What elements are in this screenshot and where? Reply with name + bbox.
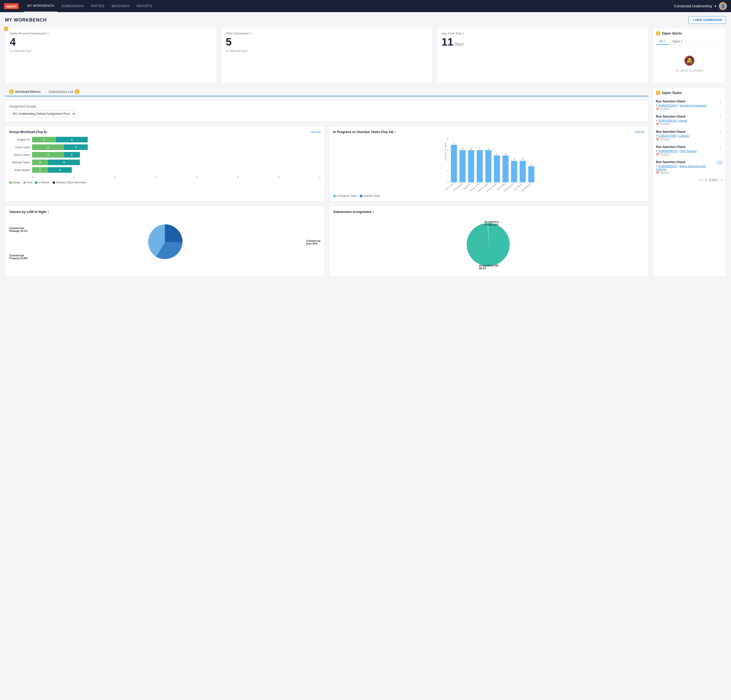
page-prev[interactable]: ‹ <box>702 178 703 182</box>
task-actions: ⬚ <box>716 160 723 165</box>
newly-received-info-icon[interactable]: ℹ <box>47 32 49 35</box>
svg-text:6: 6 <box>487 147 489 150</box>
new-submission-button[interactable]: + NEW SUBMISSION <box>688 16 726 24</box>
in-progress-chart: In Progress vs Overdue Tasks (Top 10) ℹ … <box>329 126 649 201</box>
tab-submissions-list[interactable]: Submissions List 4 <box>44 87 84 96</box>
task-company-link[interactable]: Pion Partners <box>680 150 697 153</box>
legend-missing-critical: Missing Critical Information <box>56 181 87 184</box>
task-id-link[interactable]: SUB0425BOU2 <box>658 150 678 153</box>
dropdown-arrow-icon[interactable]: ▾ <box>715 4 716 8</box>
bar-row: Carol Lopez 4 3 <box>9 144 321 150</box>
appian-logo[interactable]: appian <box>4 3 19 9</box>
group-workload-bar-chart: Angela Ru 3 4 Carol Lopez 4 3 Donna Jone… <box>9 137 321 184</box>
tab-workload-metrics[interactable]: 3 Workload Metrics <box>5 87 44 96</box>
bar-label: Michael Taylor <box>9 161 32 164</box>
bar-review: 2 <box>64 152 80 157</box>
pagination: « ‹ 1 - 5 of 6 › » <box>656 176 723 182</box>
bar-label: Angela Ru <box>9 138 32 141</box>
task-content: Run Sanction Check # SUB0425BOU2 | Pion … <box>656 145 697 156</box>
older-submissions-card: Older Submissions ℹ 5 ≡ 0 Missing Type <box>221 28 433 83</box>
task-company-link[interactable]: Hamal <box>679 119 687 122</box>
task-content: Run Sanction Check # SUB04257IRR | Lebed… <box>656 130 690 141</box>
submission-assignment-title: Submission Assignment ℹ <box>333 210 644 214</box>
bar-track: 4 3 <box>32 144 321 150</box>
task-date: 📅 5/2/2024 <box>656 153 697 156</box>
svg-text:4: 4 <box>513 158 515 161</box>
svg-text:6: 6 <box>479 147 480 150</box>
page-last[interactable]: » <box>721 178 723 182</box>
in-progress-info-icon[interactable]: ℹ <box>395 130 396 134</box>
task-company-link[interactable]: Sceptrum Apartments <box>680 104 706 107</box>
user-avatar[interactable]: 👤 <box>719 2 727 10</box>
newly-received-number: 4 <box>10 37 212 47</box>
no-alerts-display: 🔕 No alerts to display <box>656 48 723 80</box>
nav-messages[interactable]: MESSAGES <box>108 0 133 12</box>
label-assigned-group: Assigned toGroup 1.6% <box>484 220 499 226</box>
x-axis: 01234567 <box>9 175 321 179</box>
bar-row: Angela Ru 3 4 <box>9 137 321 142</box>
page-title: MY WORKBENCH <box>5 18 47 23</box>
alerts-tab-open[interactable]: Open 0 <box>669 38 686 44</box>
lob-info-icon[interactable]: ℹ <box>48 210 49 214</box>
page-content: MY WORKBENCH + NEW SUBMISSION 1 Newly Re… <box>0 12 731 281</box>
in-progress-title: In Progress vs Overdue Tasks (Top 10) ℹ <box>333 130 396 134</box>
page-first[interactable]: « <box>699 178 701 182</box>
task-action-button[interactable]: ⬚ <box>716 160 723 165</box>
group-workload-view-all[interactable]: View All <box>311 131 320 134</box>
svg-rect-19 <box>477 150 483 183</box>
task-menu-icon[interactable]: ⋮ <box>719 130 723 134</box>
task-date: 📅 5/2/2024 <box>656 108 706 110</box>
svg-text:5: 5 <box>496 153 498 155</box>
top-row: 1 Newly Received Submissions ℹ 4 ≡ 0 Mis… <box>5 28 726 83</box>
nav-my-workbench[interactable]: MY WORKBENCH <box>24 0 58 12</box>
task-date: 📅 5/2/2024 <box>656 172 716 174</box>
task-menu-icon[interactable]: ⋮ <box>719 99 723 104</box>
svg-rect-37 <box>528 166 534 182</box>
svg-rect-16 <box>468 150 474 183</box>
svg-text:2: 2 <box>447 170 448 172</box>
workload-panel: Assignment Groups ISU Underwriting Defau… <box>5 100 649 122</box>
in-progress-view-all[interactable]: View All <box>635 131 644 134</box>
open-tasks-panel: 5 Open Tasks Run Sanction Check # SUB042… <box>653 87 726 277</box>
task-id-link[interactable]: SUB0425C6KV <box>658 104 677 107</box>
avg-cycle-info-icon[interactable]: ℹ <box>463 32 464 35</box>
older-submissions-sub: ≡ 0 Missing Type <box>226 49 428 53</box>
avg-cycle-number: 11 <box>442 37 454 47</box>
nav-submissions[interactable]: SUBMISSIONS <box>58 0 87 12</box>
newly-received-sub: ≡ 0 Missing Type <box>10 49 212 53</box>
bar-track: 4 2 <box>32 152 321 157</box>
task-id-link[interactable]: SUB0425DXFF <box>658 164 677 168</box>
group-workload-header: Group Workload (Top 5) View All <box>9 130 321 134</box>
task-menu-icon[interactable]: ⋮ <box>719 145 723 149</box>
assignment-pool-dropdown[interactable]: ISU Underwriting Default Assignment Pool <box>9 110 76 117</box>
workload-badge: 3 <box>9 89 14 94</box>
nav-right: Connected Underwriting ▾ 👤 <box>674 2 727 10</box>
open-tasks-title: 5 Open Tasks <box>656 91 723 95</box>
svg-rect-28 <box>502 156 508 182</box>
bell-icon: 🔕 <box>684 56 695 66</box>
task-item: Run Sanction Check # SUB0425BOU2 | Pion … <box>656 143 723 158</box>
lob-pie-chart: Volume by LOB In-flight ℹ CommercialAu <box>5 205 325 277</box>
bar-track: 3 4 <box>32 137 321 142</box>
alerts-tabs: All 0 Open 0 <box>656 38 723 45</box>
task-id-link[interactable]: SUB04257IRR <box>658 134 677 137</box>
task-content: Run Sanction Check # SUB04259L9K | Hamal… <box>656 115 687 126</box>
task-menu-icon[interactable]: ⋮ <box>719 114 723 119</box>
older-submissions-info-icon[interactable]: ℹ <box>250 32 252 35</box>
page-next[interactable]: › <box>718 178 719 182</box>
nav-parties[interactable]: PARTIES <box>87 0 108 12</box>
nav-reports[interactable]: REPORTS <box>133 0 156 12</box>
task-company-link[interactable]: Lebedev <box>679 134 689 137</box>
submission-assignment-info-icon[interactable]: ℹ <box>373 210 374 214</box>
bar-review: 4 <box>56 137 88 142</box>
alerts-tab-all[interactable]: All 0 <box>656 38 669 45</box>
bar-row: Andy Appian 2 3 <box>9 167 321 173</box>
svg-rect-34 <box>520 161 525 182</box>
task-date: 📅 5/2/2024 <box>656 123 687 126</box>
lob-pie-svg <box>145 222 185 262</box>
task-id-link[interactable]: SUB04259L9K <box>658 119 677 122</box>
svg-rect-25 <box>494 156 500 182</box>
task-item: Run Sanction Check # SUB0425DXFF | Boson… <box>656 158 723 176</box>
task-actions: ⋮ <box>719 115 723 119</box>
task-sub: # SUB0425BOU2 | Pion Partners <box>656 150 697 153</box>
